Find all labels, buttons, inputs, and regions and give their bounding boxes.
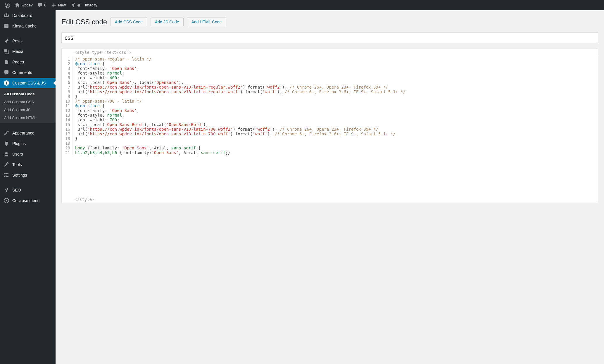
code-line[interactable]: 19 <box>62 141 598 146</box>
sidebar-label: Users <box>12 152 23 156</box>
code-text[interactable]: /* open-sans-regular - latin */ <box>73 57 598 61</box>
code-line[interactable]: 13 font-style: normal; <box>62 113 598 118</box>
sidebar-label: SEO <box>12 188 21 192</box>
line-number: 16 <box>62 127 73 132</box>
code-text[interactable]: src: local('Open Sans'), local('OpenSans… <box>73 80 598 85</box>
submenu-item-add-js[interactable]: Add Custom JS <box>0 106 56 114</box>
code-editor[interactable]: <style type="text/css"> 1/* open-sans-re… <box>61 49 598 203</box>
code-text[interactable]: font-weight: 400; <box>73 75 598 80</box>
wp-logo-menu[interactable] <box>2 0 12 10</box>
code-text[interactable]: font-style: normal; <box>73 71 598 75</box>
code-text[interactable]: font-family: 'Open Sans'; <box>73 66 598 71</box>
sidebar-item-custom-css-js[interactable]: Custom CSS & JS <box>0 78 56 88</box>
code-line[interactable]: 5 font-weight: 400; <box>62 75 598 80</box>
svg-point-4 <box>5 51 6 51</box>
code-line[interactable]: 8 url('https://cdn.wpdev.ink/fonts/open-… <box>62 89 598 94</box>
code-line[interactable]: 18} <box>62 136 598 141</box>
post-title-input[interactable] <box>61 32 598 43</box>
comments-count: 0 <box>44 3 46 7</box>
sidebar-item-tools[interactable]: Tools <box>0 159 56 170</box>
code-line[interactable]: 4 font-style: normal; <box>62 71 598 75</box>
code-text[interactable]: body {font-family: 'Open Sans', Arial, s… <box>73 146 598 150</box>
main-content: Edit CSS code Add CSS Code Add JS Code A… <box>56 10 604 364</box>
code-line[interactable]: 1/* open-sans-regular - latin */ <box>62 57 598 61</box>
sidebar-label: Plugins <box>12 141 26 146</box>
sidebar-item-appearance[interactable]: Appearance <box>0 128 56 138</box>
code-text[interactable]: url('https://cdn.wpdev.ink/fonts/open-sa… <box>73 127 598 132</box>
imagify-menu[interactable]: Imagify <box>83 0 100 10</box>
sidebar-item-comments[interactable]: Comments <box>0 67 56 78</box>
site-name-menu[interactable]: wpdev <box>12 0 35 10</box>
code-text[interactable]: /* open-sans-700 - latin */ <box>73 99 598 103</box>
home-icon <box>15 3 20 8</box>
code-text[interactable]: } <box>73 94 598 99</box>
wordpress-icon <box>5 3 10 8</box>
line-number: 8 <box>62 89 73 94</box>
code-text[interactable]: @font-face { <box>73 61 598 66</box>
code-text[interactable]: font-weight: 700; <box>73 118 598 122</box>
sliders-icon <box>4 172 9 178</box>
svg-point-6 <box>5 152 8 154</box>
sidebar-label: Pages <box>12 60 24 64</box>
sidebar-item-media[interactable]: Media <box>0 46 56 57</box>
code-line[interactable]: 3 font-family: 'Open Sans'; <box>62 66 598 71</box>
line-number: 21 <box>62 150 73 155</box>
code-line[interactable]: 12 font-family: 'Open Sans'; <box>62 108 598 113</box>
comments-menu[interactable]: 0 <box>35 0 49 10</box>
sidebar-label: Posts <box>12 39 23 43</box>
sidebar-item-kinsta-cache[interactable]: Kinsta Cache <box>0 21 56 31</box>
sidebar-item-users[interactable]: Users <box>0 149 56 159</box>
code-text[interactable]: url('https://cdn.wpdev.ink/fonts/open-sa… <box>73 132 598 136</box>
yoast-menu[interactable] <box>68 0 83 10</box>
brush-icon <box>4 130 9 136</box>
sidebar-label: Kinsta Cache <box>12 24 37 28</box>
code-text[interactable]: url('https://cdn.wpdev.ink/fonts/open-sa… <box>73 89 598 94</box>
code-line[interactable]: 21h1,h2,h3,h4,h5,h6 {font-family:'Open S… <box>62 150 598 155</box>
sidebar-item-plugins[interactable]: Plugins <box>0 138 56 149</box>
code-text[interactable]: font-style: normal; <box>73 113 598 118</box>
code-text[interactable]: } <box>73 136 598 141</box>
sidebar-item-posts[interactable]: Posts <box>0 36 56 46</box>
status-dot-icon <box>77 4 80 7</box>
code-line[interactable]: 16 url('https://cdn.wpdev.ink/fonts/open… <box>62 127 598 132</box>
site-name-label: wpdev <box>22 3 33 7</box>
sidebar-separator <box>0 182 56 183</box>
line-number: 11 <box>62 103 73 108</box>
sidebar-separator <box>0 125 56 126</box>
code-line[interactable]: 11@font-face { <box>62 103 598 108</box>
page-heading-row: Edit CSS code Add CSS Code Add JS Code A… <box>61 17 598 27</box>
sidebar-collapse[interactable]: Collapse menu <box>0 195 56 206</box>
sidebar-item-dashboard[interactable]: Dashboard <box>0 10 56 21</box>
submenu-item-add-css[interactable]: Add Custom CSS <box>0 98 56 106</box>
code-line[interactable]: 9} <box>62 94 598 99</box>
code-line[interactable]: 17 url('https://cdn.wpdev.ink/fonts/open… <box>62 132 598 136</box>
code-text[interactable] <box>73 141 598 146</box>
submenu-item-all-code[interactable]: All Custom Code <box>0 90 56 98</box>
add-html-code-button[interactable]: Add HTML Code <box>187 18 226 26</box>
code-line[interactable]: 7 url('https://cdn.wpdev.ink/fonts/open-… <box>62 85 598 89</box>
line-number: 15 <box>62 122 73 127</box>
line-number: 1 <box>62 57 73 61</box>
code-text[interactable]: h1,h2,h3,h4,h5,h6 {font-family:'Open San… <box>73 150 598 155</box>
new-content-menu[interactable]: New <box>49 0 68 10</box>
code-line[interactable]: 15 src: local('Open Sans Bold'), local('… <box>62 122 598 127</box>
code-text[interactable]: src: local('Open Sans Bold'), local('Ope… <box>73 122 598 127</box>
code-line[interactable]: 2@font-face { <box>62 61 598 66</box>
sidebar-item-settings[interactable]: Settings <box>0 170 56 180</box>
code-line[interactable]: 20body {font-family: 'Open Sans', Arial,… <box>62 146 598 150</box>
code-text[interactable]: @font-face { <box>73 103 598 108</box>
code-text[interactable]: font-family: 'Open Sans'; <box>73 108 598 113</box>
code-line[interactable]: 10/* open-sans-700 - latin */ <box>62 99 598 103</box>
code-line[interactable]: 6 src: local('Open Sans'), local('OpenSa… <box>62 80 598 85</box>
code-text[interactable]: url('https://cdn.wpdev.ink/fonts/open-sa… <box>73 85 598 89</box>
editor-body[interactable]: 1/* open-sans-regular - latin */2@font-f… <box>62 56 598 155</box>
sidebar-item-pages[interactable]: Pages <box>0 57 56 67</box>
submenu-item-add-html[interactable]: Add Custom HTML <box>0 114 56 122</box>
add-js-code-button[interactable]: Add JS Code <box>151 18 184 26</box>
add-css-code-button[interactable]: Add CSS Code <box>111 18 147 26</box>
line-number: 13 <box>62 113 73 118</box>
line-number: 10 <box>62 99 73 103</box>
sidebar-item-seo[interactable]: SEO <box>0 185 56 195</box>
pin-icon <box>4 38 9 44</box>
code-line[interactable]: 14 font-weight: 700; <box>62 118 598 122</box>
